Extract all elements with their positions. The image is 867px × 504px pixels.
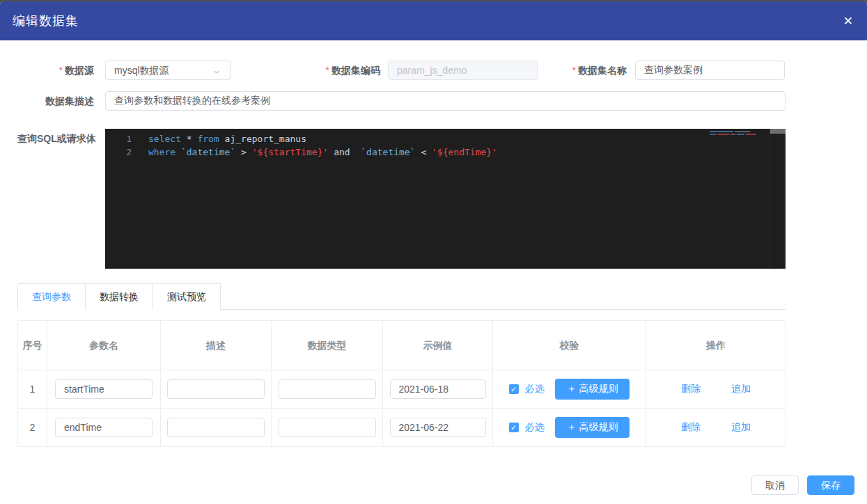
append-link[interactable]: 追加 <box>731 421 751 432</box>
required-asterisk: * <box>59 65 63 76</box>
delete-link[interactable]: 删除 <box>681 421 701 432</box>
editor-line: 2where `datetime` > '${startTime}' and `… <box>105 145 786 159</box>
form-row-2: 数据集描述 <box>17 91 867 111</box>
dataset-desc-label: 数据集描述 <box>17 91 105 111</box>
row-index: 1 <box>18 370 47 409</box>
dataset-code-label: *数据集编码 <box>231 61 388 80</box>
param-type-input[interactable] <box>279 379 376 399</box>
header-operations: 操作 <box>646 321 786 370</box>
table-row: 2 ✓ 必选 ＋ 高级规则 删除 追加 <box>18 409 786 447</box>
editor-scrollbar[interactable] <box>770 129 786 269</box>
header-example: 示例值 <box>383 321 493 370</box>
param-desc-input[interactable] <box>167 379 265 399</box>
form-row-1: *数据源 mysql数据源 ⌄ *数据集编码 *数据集名称 <box>17 61 867 80</box>
param-name-input[interactable] <box>55 379 153 399</box>
header-param-name: 参数名 <box>47 321 161 370</box>
dataset-name-label: *数据集名称 <box>538 61 635 80</box>
params-table: 序号 参数名 描述 数据类型 示例值 校验 操作 1 <box>17 320 786 447</box>
tab-data-transform[interactable]: 数据转换 <box>85 283 153 310</box>
required-asterisk: * <box>326 65 329 76</box>
datasource-select-value: mysql数据源 <box>114 61 169 79</box>
param-example-input[interactable] <box>390 379 486 399</box>
required-checkbox-label[interactable]: 必选 <box>525 421 545 434</box>
datasource-label: *数据源 <box>17 61 105 80</box>
required-asterisk: * <box>572 65 576 76</box>
editor-scrollbar-thumb[interactable] <box>770 129 786 134</box>
close-icon[interactable]: ✕ <box>841 13 856 30</box>
row-index: 2 <box>18 409 47 447</box>
param-example-input[interactable] <box>390 418 486 437</box>
save-button[interactable]: 保存 <box>807 475 854 495</box>
sql-label: 查询SQL或请求体 <box>17 129 105 148</box>
tab-test-preview[interactable]: 测试预览 <box>153 283 221 310</box>
header-index: 序号 <box>18 321 47 370</box>
header-validation: 校验 <box>493 321 646 370</box>
header-description: 描述 <box>161 321 272 370</box>
delete-link[interactable]: 删除 <box>681 383 701 394</box>
advanced-rule-button[interactable]: ＋ 高级规则 <box>555 417 630 438</box>
tab-bar: 查询参数 数据转换 测试预览 <box>17 283 786 310</box>
param-type-input[interactable] <box>279 418 376 437</box>
table-row: 1 ✓ 必选 ＋ 高级规则 删除 追加 <box>18 370 786 409</box>
chevron-down-icon: ⌄ <box>211 61 222 79</box>
dataset-code-input[interactable] <box>388 61 538 80</box>
edit-dataset-dialog: 编辑数据集 ✕ *数据源 mysql数据源 ⌄ *数据集编码 *数据集名称 数据… <box>0 1 867 504</box>
required-checkbox-label[interactable]: 必选 <box>525 383 545 395</box>
param-name-input[interactable] <box>55 418 153 437</box>
dataset-name-input[interactable] <box>635 61 785 80</box>
editor-line: 1select * from aj_report_manus <box>105 132 786 145</box>
advanced-rule-button[interactable]: ＋ 高级规则 <box>555 379 630 400</box>
header-data-type: 数据类型 <box>272 321 383 370</box>
cancel-button[interactable]: 取消 <box>751 475 799 495</box>
append-link[interactable]: 追加 <box>731 383 751 394</box>
dialog-title: 编辑数据集 <box>13 13 79 29</box>
form-row-sql: 查询SQL或请求体 1select * from aj_report_manus… <box>17 129 867 269</box>
datasource-select[interactable]: mysql数据源 ⌄ <box>105 61 231 80</box>
sql-code-editor[interactable]: 1select * from aj_report_manus2where `da… <box>105 129 786 269</box>
dialog-footer: 取消 保存 <box>0 475 867 495</box>
tab-query-params[interactable]: 查询参数 <box>17 283 86 310</box>
dialog-header: 编辑数据集 ✕ <box>0 1 867 40</box>
dataset-desc-input[interactable] <box>105 91 786 111</box>
editor-minimap <box>710 131 768 136</box>
dialog-body: *数据源 mysql数据源 ⌄ *数据集编码 *数据集名称 数据集描述 查询SQ… <box>0 40 867 495</box>
param-desc-input[interactable] <box>167 418 265 437</box>
table-header-row: 序号 参数名 描述 数据类型 示例值 校验 操作 <box>18 321 786 370</box>
required-checkbox[interactable]: ✓ <box>509 423 519 432</box>
required-checkbox[interactable]: ✓ <box>509 384 519 394</box>
